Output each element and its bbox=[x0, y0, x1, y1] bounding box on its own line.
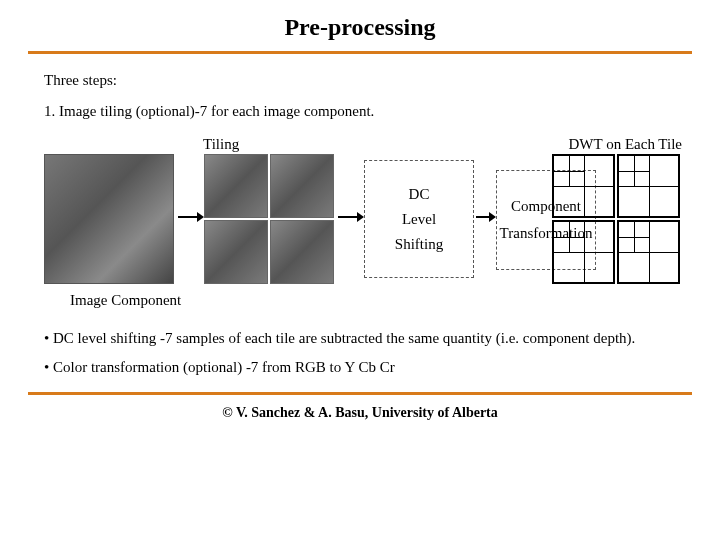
box-line: Shifting bbox=[367, 236, 471, 253]
arrow-icon bbox=[338, 216, 358, 218]
dwt-tile bbox=[617, 154, 680, 218]
divider-bottom bbox=[28, 392, 692, 395]
intro-text: Three steps: bbox=[44, 72, 676, 89]
tile bbox=[270, 220, 334, 284]
bullet-1: • DC level shifting -7 samples of each t… bbox=[44, 328, 676, 349]
tile bbox=[204, 154, 268, 218]
tile bbox=[204, 220, 268, 284]
bullet-2: • Color transformation (optional) -7 fro… bbox=[44, 357, 676, 378]
bullet-list: • DC level shifting -7 samples of each t… bbox=[44, 328, 676, 378]
dwt-label: DWT on Each Tile bbox=[569, 136, 682, 153]
dc-level-shifting-box: DC Level Shifting bbox=[364, 160, 474, 278]
pipeline-diagram: Tiling DC Level Shifting Component Trans… bbox=[38, 140, 682, 320]
step-1-text: 1. Image tiling (optional)-7 for each im… bbox=[44, 103, 676, 120]
image-component-label: Image Component bbox=[70, 292, 181, 309]
box-line: Level bbox=[367, 211, 471, 228]
tiling-label: Tiling bbox=[203, 136, 239, 153]
arrow-icon bbox=[476, 216, 490, 218]
tile bbox=[270, 154, 334, 218]
dwt-subbands bbox=[552, 154, 680, 284]
arrow-icon bbox=[178, 216, 198, 218]
footer-credit: © V. Sanchez & A. Basu, University of Al… bbox=[0, 405, 720, 421]
dwt-tile bbox=[552, 154, 615, 218]
dwt-tile bbox=[617, 220, 680, 284]
slide-title: Pre-processing bbox=[0, 0, 720, 51]
dwt-tile bbox=[552, 220, 615, 284]
box-line: DC bbox=[367, 186, 471, 203]
slide: Pre-processing Three steps: 1. Image til… bbox=[0, 0, 720, 540]
tiled-image bbox=[204, 154, 334, 284]
image-component-thumbnail bbox=[44, 154, 174, 284]
slide-content: Three steps: 1. Image tiling (optional)-… bbox=[0, 54, 720, 378]
